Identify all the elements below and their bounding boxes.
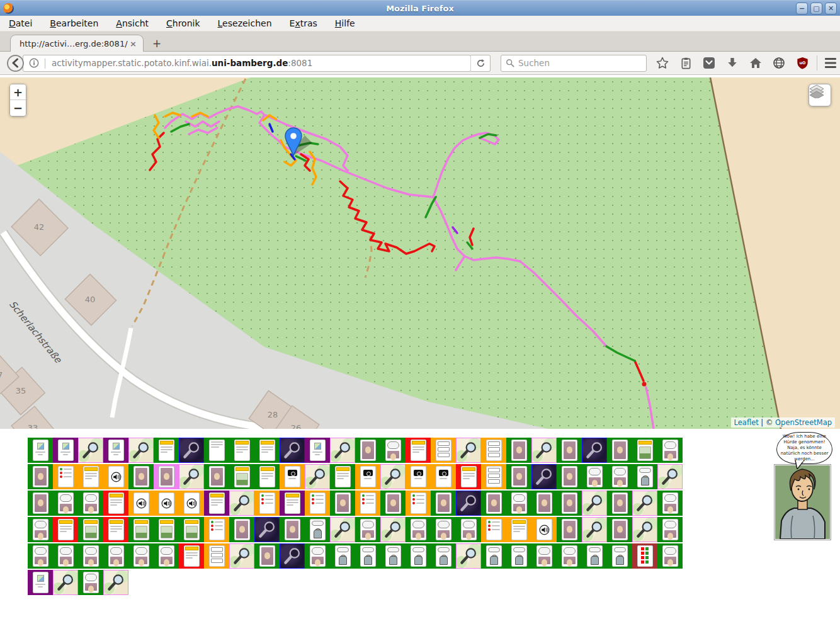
timeline-tile-yellow[interactable] — [229, 438, 254, 463]
timeline-tile-mag[interactable] — [456, 491, 481, 516]
timeline-tile-speaker[interactable] — [103, 464, 128, 489]
timeline-tile-avatar[interactable] — [380, 491, 406, 516]
timeline-tile-yellow[interactable] — [78, 464, 103, 489]
timeline-tile-speech[interactable] — [506, 491, 531, 516]
timeline-tile-mag[interactable] — [582, 438, 607, 463]
timeline-tile-speech[interactable] — [28, 543, 53, 569]
menu-item-chronik[interactable]: Chronik — [166, 18, 200, 28]
timeline-tile-speech[interactable] — [406, 517, 431, 542]
timeline-tile-yellow[interactable] — [506, 517, 531, 542]
timeline-tile-yellow[interactable] — [254, 464, 280, 489]
timeline-tile-app[interactable] — [103, 438, 128, 463]
timeline-tile-photo[interactable] — [179, 517, 204, 542]
timeline-tile-check[interactable] — [355, 491, 380, 516]
minimize-icon[interactable]: − — [796, 3, 808, 14]
timeline-tile-comic[interactable] — [431, 543, 456, 569]
timeline-tile-avatar[interactable] — [557, 517, 582, 542]
menu-item-lesezeichen[interactable]: Lesezeichen — [218, 18, 272, 28]
timeline-tile-speech[interactable] — [355, 517, 380, 542]
layers-control[interactable] — [809, 84, 831, 106]
timeline-tile-speech[interactable] — [557, 543, 582, 569]
timeline-tile-yellow[interactable] — [53, 517, 78, 542]
timeline-tile-form[interactable] — [204, 543, 229, 569]
openstreetmap-link[interactable]: OpenStreetMap — [775, 418, 832, 427]
timeline-tile-speech[interactable] — [607, 464, 632, 489]
timeline-tile-speech[interactable] — [305, 543, 330, 569]
timeline-tile-speech[interactable] — [657, 543, 683, 569]
timeline-tile-speech[interactable] — [78, 491, 103, 516]
timeline-tile-speech[interactable] — [53, 543, 78, 569]
timeline-tile-avatar[interactable] — [531, 491, 557, 516]
timeline-tile-speaker[interactable] — [128, 491, 154, 516]
timeline-tile-mag[interactable] — [179, 438, 204, 463]
timeline-tile-form[interactable] — [481, 438, 506, 463]
timeline-tile-mag[interactable] — [531, 464, 557, 489]
menu-item-ansicht[interactable]: Ansicht — [116, 18, 149, 28]
timeline-tile-speaker[interactable] — [179, 491, 204, 516]
menu-item-datei[interactable]: Datei — [9, 18, 32, 28]
search-bar[interactable]: Suchen — [501, 55, 647, 72]
menu-item-hilfe[interactable]: Hilfe — [335, 18, 355, 28]
timeline-tile-avatar[interactable] — [229, 517, 254, 542]
extension-globe-icon[interactable] — [772, 56, 786, 70]
timeline-tile-photo[interactable] — [128, 517, 154, 542]
timeline-tile-speaker[interactable] — [154, 491, 179, 516]
timeline-tile-yellow[interactable] — [103, 517, 128, 542]
timeline-tile-avatar[interactable] — [557, 438, 582, 463]
timeline-tile-camera[interactable] — [431, 464, 456, 489]
timeline-tile-check[interactable] — [204, 517, 229, 542]
timeline-tile-photo[interactable] — [78, 517, 103, 542]
timeline-tile-map[interactable] — [582, 491, 607, 516]
bookmark-star-icon[interactable] — [656, 56, 669, 70]
menu-item-bearbeiten[interactable]: Bearbeiten — [50, 18, 98, 28]
timeline-tile-map[interactable] — [103, 570, 128, 595]
menu-item-extras[interactable]: Extras — [290, 18, 317, 28]
timeline-tile-comic[interactable] — [582, 543, 607, 569]
tab-activitymapper[interactable]: http://activi…erg.de:8081/ × — [10, 35, 144, 52]
timeline-tile-speech[interactable] — [128, 543, 154, 569]
zoom-out-button[interactable]: − — [10, 100, 26, 116]
timeline-tile-speech[interactable] — [657, 491, 683, 516]
timeline-tile-map[interactable] — [229, 543, 254, 569]
timeline-tile-camera[interactable] — [355, 464, 380, 489]
timeline-tile-speech[interactable] — [53, 491, 78, 516]
timeline-tile-app[interactable] — [53, 438, 78, 463]
timeline-tile-yellow[interactable] — [254, 438, 280, 463]
timeline-tile-comic[interactable] — [330, 543, 355, 569]
url-text[interactable]: activitymapper.static.potato.kinf.wiai.u… — [52, 58, 470, 68]
timeline-tile-check[interactable] — [254, 491, 280, 516]
timeline-tile-map[interactable] — [531, 438, 557, 463]
timeline-tile-comic[interactable] — [355, 543, 380, 569]
timeline-tile-speech[interactable] — [380, 438, 406, 463]
download-icon[interactable] — [725, 56, 739, 70]
timeline-tile-speech[interactable] — [657, 517, 683, 542]
timeline-tile-avatar[interactable] — [607, 438, 632, 463]
home-icon[interactable] — [749, 56, 763, 70]
timeline-tile-map[interactable] — [305, 464, 330, 489]
timeline-tile-plain[interactable] — [204, 438, 229, 463]
timeline-tile-mag[interactable] — [280, 438, 305, 463]
timeline-tile-map[interactable] — [330, 438, 355, 463]
timeline-tile-map[interactable] — [179, 464, 204, 489]
timeline-tile-speech[interactable] — [582, 464, 607, 489]
timeline-tile-avatar[interactable] — [607, 491, 632, 516]
timeline-tile-speech[interactable] — [103, 543, 128, 569]
timeline-tile-check[interactable] — [305, 491, 330, 516]
leaflet-map[interactable]: 42403537332826 Scherlachstraße — [0, 77, 840, 429]
timeline-tile-map[interactable] — [229, 491, 254, 516]
timeline-tile-check[interactable] — [481, 517, 506, 542]
timeline-tile-form[interactable] — [431, 438, 456, 463]
timeline-tile-yellow[interactable] — [179, 543, 204, 569]
timeline-tile-stats[interactable] — [632, 543, 657, 569]
timeline-tile-comic[interactable] — [481, 543, 506, 569]
timeline-tile-speech[interactable] — [28, 517, 53, 542]
leaflet-link[interactable]: Leaflet — [734, 418, 759, 427]
timeline-tile-app[interactable] — [305, 438, 330, 463]
timeline-tile-yellow[interactable] — [103, 491, 128, 516]
zoom-in-button[interactable]: + — [10, 84, 26, 100]
url-bar[interactable]: | activitymapper.static.potato.kinf.wiai… — [23, 55, 471, 72]
timeline-tile-speech[interactable] — [657, 438, 683, 463]
tab-close-icon[interactable]: × — [128, 39, 138, 48]
timeline-tile-photo[interactable] — [229, 464, 254, 489]
timeline-tile-speech[interactable] — [154, 543, 179, 569]
